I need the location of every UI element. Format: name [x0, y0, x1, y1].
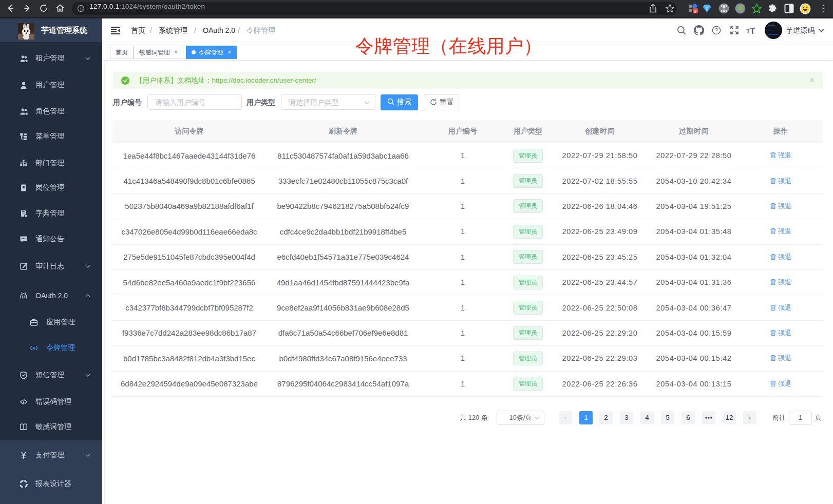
- svg-text:T: T: [750, 26, 755, 35]
- svg-text:A: A: [32, 346, 35, 351]
- svg-text:9: 9: [694, 9, 696, 14]
- svg-text:?: ?: [715, 27, 718, 33]
